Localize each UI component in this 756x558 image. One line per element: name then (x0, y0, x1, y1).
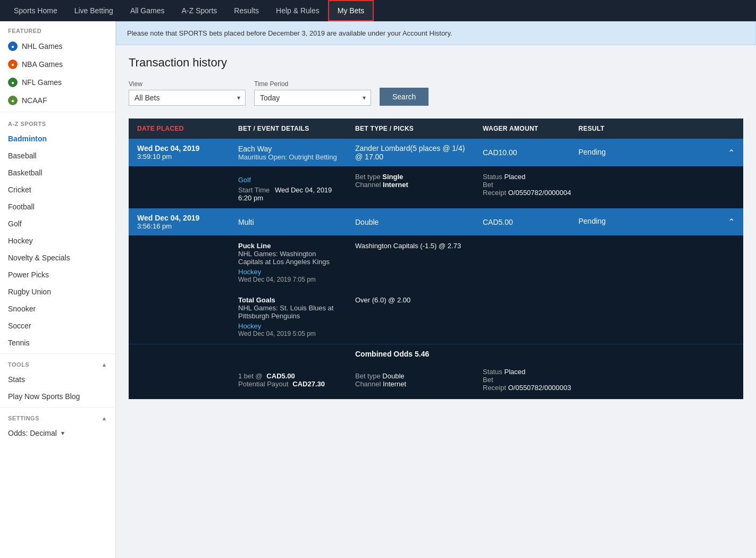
nav-all-games[interactable]: All Games (122, 0, 173, 21)
nav-results[interactable]: Results (225, 0, 267, 21)
bet2-wager: CAD5.00 (483, 218, 513, 226)
bet2-pick-value: Double (355, 218, 379, 226)
sidebar-item-baseball[interactable]: Baseball (0, 147, 115, 164)
bet1-expand-icon[interactable]: ⌃ (728, 148, 735, 158)
search-button[interactable]: Search (380, 88, 429, 106)
sidebar-item-ncaaf[interactable]: ● NCAAF (0, 91, 115, 109)
top-navigation: Sports Home Live Betting All Games A-Z S… (0, 0, 756, 21)
sidebar-item-cricket[interactable]: Cricket (0, 181, 115, 198)
notice-text: Please note that SPORTS bets placed befo… (127, 29, 452, 37)
sidebar-item-stats[interactable]: Stats (0, 371, 115, 388)
bet1-start-time-label: Start Time (238, 186, 270, 194)
golf-label: Golf (8, 219, 22, 228)
rugby-union-label: Rugby Union (8, 288, 51, 296)
soccer-label: Soccer (8, 322, 31, 330)
odds-dropdown-icon: ▾ (61, 429, 64, 437)
bet2-combined-empty (129, 344, 230, 364)
bet1-event: Mauritius Open: Outright Betting (238, 153, 338, 161)
bet2-summary-status: Status Placed Bet Receipt O/0550782/0000… (474, 363, 743, 399)
bet2-pick2-time: Wed Dec 04, 2019 5:05 pm (238, 330, 338, 337)
bet2-receipt-val: O/0550782/0000003 (508, 384, 572, 392)
tools-chevron-icon: ▲ (102, 361, 107, 368)
nav-az-sports[interactable]: A-Z Sports (173, 0, 225, 21)
bet-row-1-detail: Golf Start Time Wed Dec 04, 2019 6:20 pm… (129, 166, 743, 208)
bet2-payout-label: Potential Payout (238, 380, 289, 388)
view-filter-group: View All Bets Open Bets Settled Bets (129, 80, 246, 106)
sidebar-item-nhl-games[interactable]: ● NHL Games (0, 37, 115, 55)
view-select[interactable]: All Bets Open Bets Settled Bets (129, 90, 246, 106)
bet2-combined-odds-label: Combined Odds 5.46 (355, 350, 429, 358)
bet1-channel-label: Channel (355, 181, 381, 189)
bet2-expand-icon[interactable]: ⌃ (728, 217, 735, 227)
sidebar-item-snooker[interactable]: Snooker (0, 300, 115, 317)
bets-table: DATE PLACED BET / EVENT DETAILS BET TYPE… (129, 119, 743, 399)
bet2-pick2-sport: Hockey (238, 322, 338, 330)
nav-help-rules[interactable]: Help & Rules (267, 0, 328, 21)
time-period-label: Time Period (254, 80, 371, 88)
sidebar-item-badminton[interactable]: Badminton (0, 130, 115, 147)
bet1-date-cell: Wed Dec 04, 2019 3:59:10 pm (129, 139, 230, 166)
bet2-pick1-sport: Hockey (238, 268, 338, 276)
bet2-combined-odds-cell: Combined Odds 5.46 (347, 344, 474, 364)
featured-section-label: FEATURED (0, 21, 115, 37)
tools-section[interactable]: TOOLS ▲ (0, 356, 115, 371)
time-period-select[interactable]: Today Yesterday Last 7 Days Last 30 Days (254, 90, 371, 106)
nav-live-betting[interactable]: Live Betting (66, 0, 122, 21)
bet1-pick-value: Zander Lombard(5 places @ 1/4) @ 17.00 (355, 144, 465, 161)
settings-label: SETTINGS (8, 415, 39, 421)
sidebar-item-nba-games[interactable]: ● NBA Games (0, 55, 115, 73)
sidebar-item-football[interactable]: Football (0, 198, 115, 215)
bet1-status-val: Placed (504, 173, 525, 181)
bet2-details-cell: Multi (230, 208, 347, 235)
bet-row-2-header: Wed Dec 04, 2019 3:56:16 pm Multi Double… (129, 208, 743, 235)
sidebar-item-play-now-sports-blog[interactable]: Play Now Sports Blog (0, 388, 115, 405)
sidebar-item-rugby-union[interactable]: Rugby Union (0, 283, 115, 300)
time-period-filter-group: Time Period Today Yesterday Last 7 Days … (254, 80, 371, 106)
bet1-detail-sport: Golf Start Time Wed Dec 04, 2019 6:20 pm (230, 166, 347, 208)
bet2-date: Wed Dec 04, 2019 (137, 214, 221, 222)
sidebar-item-nfl-games[interactable]: ● NFL Games (0, 73, 115, 91)
bet2-pick2-value: Over (6.0) @ 2.00 (355, 296, 466, 304)
bet2-pick1-time: Wed Dec 04, 2019 7:05 pm (238, 276, 338, 283)
bet2-pick2-type: Total Goals (238, 296, 338, 304)
sidebar-item-tennis[interactable]: Tennis (0, 334, 115, 351)
filter-row: View All Bets Open Bets Settled Bets Tim… (129, 80, 743, 106)
sidebar-item-basketball[interactable]: Basketball (0, 164, 115, 181)
bet1-detail-type: Bet type Single Channel Internet (347, 166, 474, 208)
power-picks-label: Power Picks (8, 270, 49, 279)
bet2-summary-bets: 1 bet @ CAD5.00 Potential Payout CAD27.3… (230, 363, 347, 399)
odds-setting[interactable]: Odds: Decimal ▾ (0, 425, 115, 442)
sidebar-item-novelty[interactable]: Novelty & Specials (0, 249, 115, 266)
bet2-result: Pending (578, 217, 606, 225)
football-label: Football (8, 202, 35, 211)
sidebar-item-power-picks[interactable]: Power Picks (0, 266, 115, 283)
cricket-label: Cricket (8, 185, 31, 194)
bet2-combined-empty2 (230, 344, 347, 364)
bet1-detail-date (129, 166, 230, 208)
novelty-label: Novelty & Specials (8, 253, 70, 262)
bet2-pick2-row: Total Goals NHL Games: St. Louis Blues a… (129, 290, 743, 344)
bet1-type-label: Each Way (238, 145, 338, 153)
bet2-pick1-value-cell: Washington Capitals (-1.5) @ 2.73 (347, 235, 474, 290)
bet2-combined-right (474, 344, 743, 364)
bet2-summary-type-val: Double (382, 372, 404, 380)
view-label: View (129, 80, 246, 88)
settings-chevron-icon: ▲ (102, 415, 107, 421)
bet2-pick1-type: Puck Line (238, 242, 338, 250)
bet2-date-cell: Wed Dec 04, 2019 3:56:16 pm (129, 208, 230, 235)
nav-sports-home[interactable]: Sports Home (5, 0, 66, 21)
sidebar-item-soccer[interactable]: Soccer (0, 317, 115, 334)
sidebar-item-hockey[interactable]: Hockey (0, 232, 115, 249)
play-now-sports-blog-label: Play Now Sports Blog (8, 392, 80, 401)
sidebar-nfl-label: NFL Games (22, 78, 62, 87)
bet1-time: 3:59:10 pm (137, 153, 221, 160)
bet2-summary-channel-label: Channel (355, 380, 381, 388)
nav-my-bets[interactable]: My Bets (328, 0, 374, 21)
sidebar-item-golf[interactable]: Golf (0, 215, 115, 232)
notice-banner: Please note that SPORTS bets placed befo… (116, 21, 756, 45)
settings-section[interactable]: SETTINGS ▲ (0, 410, 115, 425)
bet2-summary-type-label: Bet type (355, 372, 381, 380)
bet2-pick1-event-cell: Puck Line NHL Games: Washington Capitals… (230, 235, 347, 290)
bet1-type-detail-val: Single (382, 173, 403, 181)
bet2-status-label: Status (483, 368, 502, 376)
